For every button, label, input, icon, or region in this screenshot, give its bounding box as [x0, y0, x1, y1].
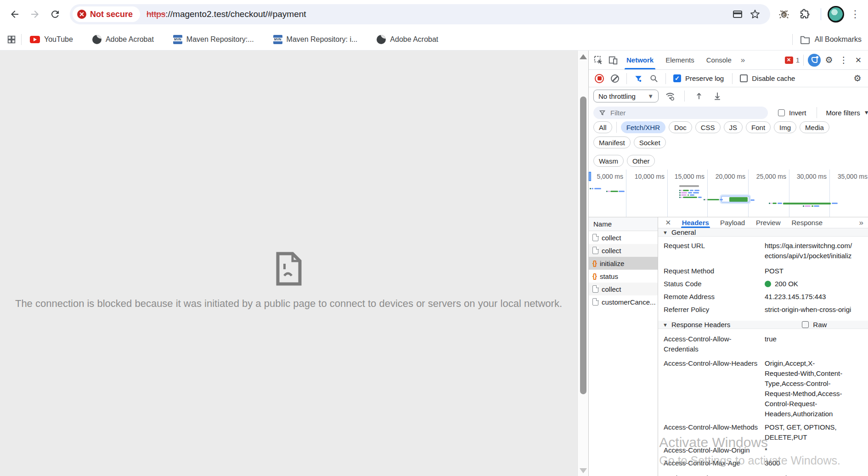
network-conditions-button[interactable]	[663, 89, 677, 103]
devtools-panel: Network Elements Console » ✕ 1 ⚙ ⋮ ×	[588, 51, 868, 476]
ai-assistant-button[interactable]	[807, 53, 821, 67]
profile-avatar[interactable]	[828, 6, 844, 23]
bookmark-youtube[interactable]: YouTube	[30, 35, 73, 44]
globe-icon	[377, 35, 386, 44]
inspect-button[interactable]	[592, 53, 605, 67]
waterfall-segment	[720, 199, 723, 200]
chip-all[interactable]: All	[593, 121, 612, 133]
waterfall-segment	[610, 191, 618, 192]
page-scrollbar[interactable]	[577, 51, 588, 476]
browser-window: ✕ Not secure https://magento2.test/check…	[0, 0, 868, 476]
filter-input[interactable]: Filter	[593, 107, 768, 119]
requests-header[interactable]: Name	[589, 217, 658, 231]
tab-headers[interactable]: Headers	[676, 217, 715, 228]
chip-img[interactable]: Img	[774, 121, 796, 133]
chip-manifest[interactable]: Manifest	[593, 136, 631, 148]
chip-socket[interactable]: Socket	[634, 136, 666, 148]
tab-console[interactable]: Console	[701, 51, 737, 69]
more-detail-tabs-icon[interactable]: »	[857, 218, 866, 227]
bookmarks-bar: YouTube Adobe Acrobat MVN Maven Reposito…	[0, 28, 868, 51]
tab-elements[interactable]: Elements	[660, 51, 700, 69]
bookmark-adobe-acrobat-1[interactable]: Adobe Acrobat	[92, 35, 154, 44]
bookmark-maven-2[interactable]: MVN Maven Repository: i...	[273, 35, 358, 44]
record-button[interactable]	[592, 72, 606, 85]
more-filters-button[interactable]: More filters ▼	[823, 109, 868, 117]
reload-button[interactable]	[45, 4, 65, 24]
chip-wasm[interactable]: Wasm	[593, 155, 624, 167]
export-har-button[interactable]	[710, 89, 724, 103]
waterfall-segment	[606, 191, 608, 192]
tab-payload[interactable]: Payload	[715, 217, 750, 228]
disable-cache-toggle[interactable]: Disable cache	[737, 74, 799, 82]
issues-badge[interactable]: ✕ 1	[785, 56, 800, 64]
filter-funnel-icon	[634, 74, 643, 83]
chip-css[interactable]: CSS	[695, 121, 721, 133]
chip-js[interactable]: JS	[724, 121, 743, 133]
request-row-collect-2[interactable]: collect	[589, 244, 658, 257]
disable-cache-checkbox[interactable]	[740, 74, 748, 82]
scrollbar-down-icon[interactable]	[580, 468, 587, 473]
scrollbar-thumb[interactable]	[580, 96, 586, 394]
details-tabbar: × Headers Payload Preview Response »	[658, 217, 868, 228]
timeline-overview[interactable]: 5,000 ms10,000 ms15,000 ms20,000 ms25,00…	[589, 170, 868, 217]
chip-media[interactable]: Media	[800, 121, 829, 133]
all-bookmarks-button[interactable]: All Bookmarks	[789, 34, 862, 45]
chip-other[interactable]: Other	[627, 155, 655, 167]
filter-toggle-button[interactable]	[631, 72, 645, 85]
devtools-menu-button[interactable]: ⋮	[837, 53, 851, 67]
request-row-initialize[interactable]: {} initialize	[589, 257, 658, 270]
bookmark-page-button[interactable]	[746, 6, 764, 23]
back-button[interactable]	[5, 4, 25, 24]
bookmark-adobe-acrobat-2[interactable]: Adobe Acrobat	[377, 35, 438, 44]
scrollbar-up-icon[interactable]	[580, 54, 587, 59]
waterfall-segment	[594, 188, 601, 189]
tab-response[interactable]: Response	[786, 217, 828, 228]
bookmark-maven-1[interactable]: MVN Maven Repository:...	[173, 35, 254, 44]
request-row-collect-3[interactable]: collect	[589, 283, 658, 295]
waterfall-segment	[679, 194, 681, 196]
request-row-customercancel[interactable]: customerCance...	[589, 295, 658, 308]
tab-preview[interactable]: Preview	[750, 217, 786, 228]
chip-doc[interactable]: Doc	[669, 121, 692, 133]
devtools-close-button[interactable]: ×	[851, 53, 865, 67]
preserve-log-checkbox[interactable]: ✓	[673, 74, 681, 82]
response-headers-section-header[interactable]: ▼ Response Headers Raw	[658, 321, 868, 329]
network-settings-button[interactable]: ⚙	[851, 72, 864, 85]
tab-network[interactable]: Network	[621, 51, 659, 69]
error-page: The connection is blocked because it was…	[0, 51, 577, 476]
payment-methods-button[interactable]	[729, 6, 746, 23]
extensions-button[interactable]	[796, 4, 814, 24]
forward-button[interactable]	[25, 4, 45, 24]
maven-icon: MVN	[173, 35, 182, 44]
general-section-header[interactable]: ▼ General	[658, 228, 868, 237]
kv-acc-headers: Access-Control-Allow-Headers Origin,Acce…	[658, 357, 868, 421]
preserve-log-toggle[interactable]: ✓ Preserve log	[671, 74, 727, 82]
clear-button[interactable]	[608, 72, 622, 85]
close-details-button[interactable]: ×	[660, 217, 676, 228]
raw-toggle[interactable]: Raw	[802, 321, 827, 329]
request-row-status[interactable]: {} status	[589, 270, 658, 283]
browser-menu-button[interactable]: ⋮	[847, 4, 863, 24]
invert-checkbox[interactable]	[778, 109, 785, 116]
url-text[interactable]: https://magento2.test/checkout/#payment	[147, 9, 306, 19]
chip-fetch-xhr[interactable]: Fetch/XHR	[621, 121, 665, 133]
bookmark-star-icon	[750, 9, 761, 20]
raw-checkbox[interactable]	[802, 321, 809, 328]
device-toolbar-button[interactable]	[606, 53, 620, 67]
devtools-settings-button[interactable]: ⚙	[822, 53, 836, 67]
request-row-collect-1[interactable]: collect	[589, 231, 658, 244]
bug-extension-button[interactable]: C	[775, 4, 793, 24]
content-area: The connection is blocked because it was…	[0, 51, 868, 476]
waterfall-segment	[814, 205, 819, 207]
waterfall-segment	[681, 194, 687, 196]
chip-font[interactable]: Font	[746, 121, 771, 133]
address-bar[interactable]: ✕ Not secure https://magento2.test/check…	[70, 4, 770, 24]
not-secure-chip[interactable]: ✕ Not secure	[73, 6, 140, 22]
more-tabs-icon[interactable]: »	[738, 56, 748, 65]
throttling-select[interactable]: No throttling ▼	[593, 90, 659, 102]
network-search-button[interactable]	[647, 72, 661, 85]
import-har-button[interactable]	[692, 89, 706, 103]
invert-toggle[interactable]: Invert	[775, 109, 810, 117]
apps-grid-icon[interactable]	[6, 34, 17, 45]
kv-status-code: Status Code 200 OK	[658, 278, 868, 290]
